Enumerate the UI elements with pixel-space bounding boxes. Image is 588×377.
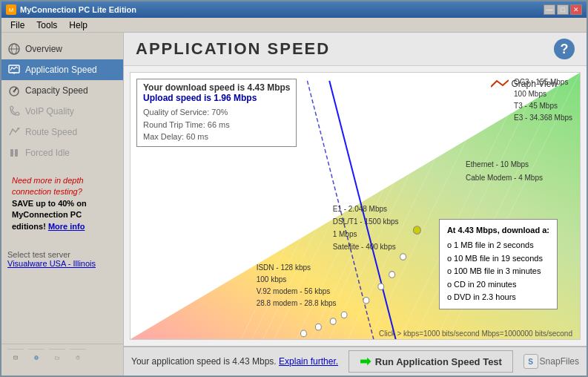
chart-labels-mid: Ethernet - 10 Mbps Cable Modem - 4 Mbps (466, 158, 543, 185)
sidebar-item-voip[interactable]: VoIP Quality (1, 101, 123, 122)
bottom-speed-text: Your application speed is 4.43 Mbps. Exp… (131, 356, 338, 367)
close-button[interactable]: ✕ (570, 4, 582, 15)
email-button[interactable] (7, 349, 24, 365)
explain-link[interactable]: Explain further. (279, 356, 338, 367)
di-item-1: o 1 MB file in 2 seconds (447, 239, 549, 252)
label-1mbps: 1 Mbps (333, 228, 399, 240)
di-item-2: o 10 MB file in 19 seconds (447, 252, 549, 266)
folder-button[interactable] (49, 349, 65, 365)
bottom-bar: Your application speed is 4.43 Mbps. Exp… (124, 346, 587, 376)
chart-note: Click > kbps=1000 bits/second Mbps=10000… (379, 330, 572, 338)
sidebar-item-route-speed[interactable]: Route Speed (1, 122, 123, 142)
rtt-label: Round Trip Time: 66 ms (143, 119, 290, 131)
menu-help[interactable]: Help (63, 19, 93, 32)
sidebar-help-button[interactable]: ? (70, 349, 86, 365)
svg-point-43 (315, 324, 321, 330)
help-button[interactable]: ? (554, 39, 575, 59)
snapfiles-text: SnapFiles (540, 356, 579, 367)
sidebar-item-forced-idle[interactable]: Forced Idle (1, 142, 123, 163)
sidebar-item-app-speed[interactable]: Application Speed (1, 59, 123, 80)
svg-point-40 (363, 297, 369, 304)
svg-point-44 (300, 330, 306, 337)
delay-label: Max Delay: 60 ms (143, 131, 290, 143)
promo-text1: Need more in depth connection testing? (12, 175, 113, 198)
speed-info-box: Your download speed is 4.43 Mbps Upload … (136, 79, 297, 147)
sidebar-bottom: ? (1, 344, 123, 370)
label-100kbps: 100 kbps (257, 274, 337, 286)
snapfiles-logo: S SnapFiles (523, 354, 579, 369)
sidebar-item-route-speed-label: Route Speed (25, 127, 77, 137)
sidebar: Overview Application Speed Capacity Spee… (1, 33, 124, 376)
upload-speed-label: Upload speed is 1.96 Mbps (143, 93, 290, 103)
sidebar-item-capacity-speed[interactable]: Capacity Speed (1, 80, 123, 101)
menu-file[interactable]: File (4, 19, 30, 32)
maximize-button[interactable]: □ (557, 4, 569, 15)
di-item-3: o 100 MB file in 3 minutes (447, 265, 549, 278)
label-isdn: ISDN - 128 kbps (257, 262, 337, 274)
server-select-label: Select test server (7, 250, 117, 259)
svg-rect-12 (13, 356, 17, 359)
run-test-button[interactable]: ➡ Run Application Speed Test (348, 350, 513, 373)
label-cable: Cable Modem - 4 Mbps (466, 171, 543, 185)
web-button[interactable] (28, 349, 44, 365)
svg-rect-11 (15, 149, 18, 157)
svg-text:?: ? (77, 356, 79, 359)
sidebar-item-voip-label: VoIP Quality (25, 106, 74, 117)
route-icon (7, 125, 21, 139)
content-header: APPLICATION SPEED ? (124, 33, 587, 66)
main-window: M MyConnection PC Lite Edition — □ ✕ Fil… (0, 0, 588, 377)
qos-label: Quality of Service: 70% (143, 106, 290, 119)
svg-point-41 (341, 312, 347, 318)
server-link[interactable]: Visualware USA - Illinois (7, 259, 117, 268)
window-controls: — □ ✕ (544, 4, 582, 15)
chart-labels-center: E1 - 2.048 Mbps DSL/T1 - 1500 kbps 1 Mbp… (333, 203, 399, 253)
svg-point-38 (389, 272, 395, 278)
server-select-container: Select test server Visualware USA - Illi… (7, 250, 117, 268)
label-t3: T3 - 45 Mbps (514, 100, 572, 112)
content-area: APPLICATION SPEED ? (124, 33, 587, 376)
di-item-4: o CD in 20 minutes (447, 278, 549, 292)
svg-point-36 (413, 226, 420, 235)
svg-point-37 (400, 254, 406, 260)
gauge-icon (7, 84, 21, 97)
pause-icon (7, 146, 21, 160)
page-title: APPLICATION SPEED (136, 39, 330, 59)
more-info-link[interactable]: More info (48, 222, 85, 231)
snapfiles-icon: S (523, 354, 538, 369)
menubar: File Tools Help (1, 18, 587, 33)
label-ethernet: Ethernet - 10 Mbps (466, 158, 543, 171)
titlebar: M MyConnection PC Lite Edition — □ ✕ (1, 1, 587, 18)
run-test-label: Run Application Speed Test (375, 356, 502, 367)
download-info-box: At 4.43 Mbps, download a: o 1 MB file in… (439, 219, 558, 309)
minimize-button[interactable]: — (544, 4, 555, 15)
download-speed-label: Your download speed is 4.43 Mbps (143, 82, 290, 93)
label-100mbps: 100 Mbps (514, 88, 572, 100)
svg-point-42 (330, 318, 336, 325)
label-satellite: Satellite - 400 kbps (333, 240, 399, 253)
speed-result-text: Your application speed is 4.43 Mbps. (131, 356, 277, 367)
sidebar-item-capacity-speed-label: Capacity Speed (25, 85, 88, 96)
label-v92: V.92 modem - 56 kbps (257, 286, 337, 298)
main-area: Overview Application Speed Capacity Spee… (1, 33, 587, 376)
sidebar-item-overview[interactable]: Overview (1, 39, 123, 59)
menu-tools[interactable]: Tools (30, 19, 63, 32)
chart-area: Your download speed is 4.43 Mbps Upload … (130, 72, 581, 340)
label-e3: E3 - 34.368 Mbps (514, 112, 572, 124)
chart-labels-lower: ISDN - 128 kbps 100 kbps V.92 modem - 56… (257, 262, 337, 309)
svg-point-39 (378, 283, 384, 290)
download-info-title: At 4.43 Mbps, download a: (447, 224, 549, 237)
phone-icon (7, 105, 21, 118)
promo-save-text: SAVE up to 40% on MyConnection PC editio… (12, 198, 113, 232)
run-test-arrow-icon: ➡ (360, 353, 371, 370)
chart-labels-right: OC3 - 155 Mbps 100 Mbps T3 - 45 Mbps E3 … (514, 76, 572, 124)
sidebar-item-app-speed-label: Application Speed (25, 65, 97, 75)
label-dsl: DSL/T1 - 1500 kbps (333, 215, 399, 228)
chart-container: Your download speed is 4.43 Mbps Upload … (124, 66, 587, 346)
sidebar-item-forced-idle-label: Forced Idle (25, 148, 70, 158)
speed-details: Quality of Service: 70% Round Trip Time:… (143, 106, 290, 143)
globe-icon (7, 42, 21, 56)
svg-rect-10 (10, 149, 13, 157)
sidebar-item-overview-label: Overview (25, 44, 62, 54)
label-oc3: OC3 - 155 Mbps (514, 76, 572, 88)
monitor-icon (7, 63, 21, 76)
